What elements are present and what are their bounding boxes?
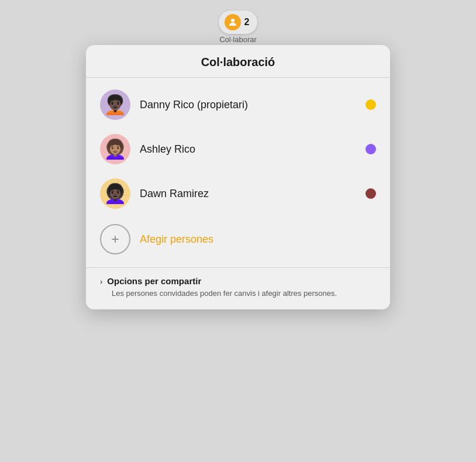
add-people-row[interactable]: + Afegir persones bbox=[86, 216, 390, 263]
avatar-dawn: 👩🏿‍🦱 bbox=[100, 178, 130, 209]
collaboration-panel: Col·laboració 🧑🏿‍🦱 Danny Rico (propietar… bbox=[86, 45, 390, 309]
plus-icon: + bbox=[111, 232, 119, 246]
panel-title: Col·laboració bbox=[98, 56, 378, 69]
options-description: Les persones convidades poden fer canvis… bbox=[112, 288, 376, 299]
options-header[interactable]: › Opcions per compartir bbox=[100, 276, 376, 286]
options-title: Opcions per compartir bbox=[107, 276, 201, 286]
status-dot-ashley bbox=[365, 144, 376, 154]
collaborator-icon bbox=[225, 14, 241, 30]
collab-outside-label: Col·laborar bbox=[219, 35, 257, 44]
svg-point-0 bbox=[231, 19, 234, 22]
collaboration-pill[interactable]: 2 bbox=[219, 11, 258, 34]
person-name-danny: Danny Rico (propietari) bbox=[140, 99, 356, 111]
add-circle-button[interactable]: + bbox=[100, 224, 130, 254]
avatar-danny: 🧑🏿‍🦱 bbox=[100, 89, 130, 120]
person-row-danny[interactable]: 🧑🏿‍🦱 Danny Rico (propietari) bbox=[86, 82, 390, 127]
chevron-right-icon: › bbox=[100, 277, 102, 286]
panel-header: Col·laboració bbox=[86, 45, 390, 78]
person-name-ashley: Ashley Rico bbox=[140, 143, 356, 156]
avatar-ashley: 👩🏽‍🦱 bbox=[100, 134, 130, 164]
options-section[interactable]: › Opcions per compartir Les persones con… bbox=[86, 268, 390, 309]
collaborator-count: 2 bbox=[244, 17, 250, 27]
status-dot-dawn bbox=[365, 188, 376, 199]
person-row-dawn[interactable]: 👩🏿‍🦱 Dawn Ramirez bbox=[86, 171, 390, 216]
people-list: 🧑🏿‍🦱 Danny Rico (propietari) 👩🏽‍🦱 Ashley… bbox=[86, 78, 390, 268]
status-dot-danny bbox=[365, 99, 376, 110]
add-people-label: Afegir persones bbox=[140, 233, 213, 246]
person-name-dawn: Dawn Ramirez bbox=[140, 188, 356, 200]
person-row-ashley[interactable]: 👩🏽‍🦱 Ashley Rico bbox=[86, 127, 390, 171]
